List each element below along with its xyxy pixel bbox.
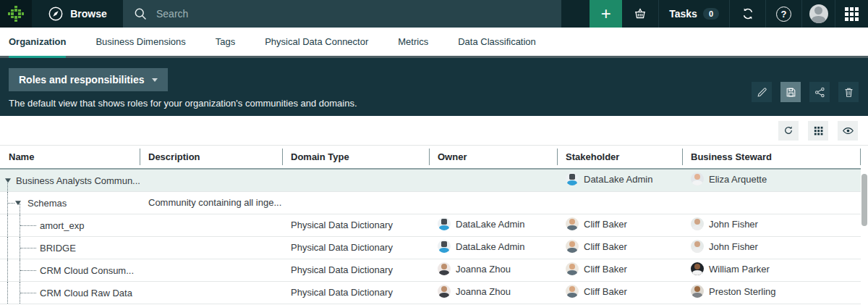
- stakeholder-cell: Cliff Baker: [557, 259, 682, 281]
- user-chip[interactable]: Joanna Zhou: [438, 285, 511, 298]
- user-chip[interactable]: DataLake Admin: [438, 240, 524, 253]
- view-selector-label: Roles and responsibilities: [19, 74, 145, 85]
- domain-type-cell: [282, 169, 429, 191]
- user-avatar: [691, 240, 704, 253]
- domain-type-cell: Physical Data Dictionary: [282, 214, 429, 236]
- asset-name-link[interactable]: Business Analysts Commun...: [16, 175, 140, 185]
- tab-business-dimensions[interactable]: Business Dimensions: [95, 28, 185, 56]
- column-header-domain-type[interactable]: Domain Type: [282, 146, 429, 169]
- tab-metrics[interactable]: Metrics: [398, 28, 428, 56]
- business-steward-cell: Eliza Arquette: [682, 169, 861, 191]
- basket-button[interactable]: [622, 0, 658, 28]
- tasks-button[interactable]: Tasks 0: [658, 0, 729, 28]
- user-avatar: [691, 262, 704, 275]
- user-avatar: [566, 240, 579, 253]
- user-chip[interactable]: Cliff Baker: [566, 240, 627, 253]
- create-asset-button[interactable]: +: [590, 0, 622, 28]
- owner-cell: [429, 169, 557, 191]
- user-menu-button[interactable]: [801, 0, 835, 28]
- user-avatar: [809, 4, 828, 23]
- help-icon: ?: [776, 7, 791, 22]
- stakeholder-cell: Cliff Baker: [557, 236, 682, 259]
- asset-name-link[interactable]: Schemas: [27, 197, 67, 208]
- business-steward-cell: John Fisher: [682, 214, 861, 236]
- trash-icon: [843, 86, 855, 99]
- tab-tags[interactable]: Tags: [216, 28, 235, 56]
- collapse-triangle-icon[interactable]: [5, 178, 11, 183]
- user-chip[interactable]: DataLake Admin: [566, 172, 652, 185]
- view-header-panel: Roles and responsibilities The default v…: [0, 58, 868, 116]
- user-avatar: [438, 217, 451, 230]
- user-avatar: [566, 285, 579, 298]
- column-header-business-steward[interactable]: Business Steward: [682, 146, 861, 169]
- column-header-stakeholder[interactable]: Stakeholder: [557, 146, 682, 169]
- user-chip[interactable]: Joanna Zhou: [438, 262, 511, 275]
- delete-view-button[interactable]: [838, 82, 859, 102]
- table-row[interactable]: CRM Cloud Raw Data Physical Data Diction…: [0, 281, 861, 304]
- table-row[interactable]: amort_exp Physical Data Dictionary DataL…: [0, 214, 861, 236]
- column-header-name[interactable]: Name: [0, 146, 140, 169]
- edit-view-button[interactable]: [752, 82, 772, 102]
- user-chip[interactable]: Cliff Baker: [566, 285, 627, 298]
- table-row[interactable]: Business Analysts Commun... DataLake Adm…: [0, 169, 861, 191]
- pencil-icon: [756, 86, 768, 99]
- user-chip[interactable]: Preston Sterling: [691, 285, 776, 298]
- asset-name-link[interactable]: BRIDGE: [40, 242, 76, 253]
- save-icon: [785, 86, 797, 99]
- table-header-row: Name Description Domain Type Owner Stake…: [0, 146, 861, 169]
- stakeholder-cell: DataLake Admin: [557, 169, 682, 191]
- business-steward-cell: John Fisher: [682, 236, 861, 259]
- refresh-table-button[interactable]: [778, 121, 799, 141]
- table-row[interactable]: CRM Cloud Consum... Physical Data Dictio…: [0, 259, 861, 281]
- apps-menu-button[interactable]: [835, 0, 868, 28]
- user-chip[interactable]: DataLake Admin: [438, 217, 524, 230]
- share-view-button[interactable]: [809, 82, 830, 102]
- stakeholder-cell: Cliff Baker: [557, 214, 682, 236]
- sync-button[interactable]: [729, 0, 765, 28]
- user-chip[interactable]: Eliza Arquette: [691, 172, 767, 185]
- user-chip[interactable]: Cliff Baker: [566, 217, 627, 230]
- apps-grid-icon: [845, 7, 859, 21]
- section-tabs: Organization Business Dimensions Tags Ph…: [0, 28, 868, 58]
- tab-physical-data-connector[interactable]: Physical Data Connector: [265, 28, 368, 56]
- save-view-button[interactable]: [780, 82, 801, 102]
- tree-line: [7, 259, 8, 281]
- owner-cell: DataLake Admin: [429, 236, 557, 259]
- search-input[interactable]: [156, 8, 551, 20]
- asset-name-link[interactable]: CRM Cloud Raw Data: [40, 287, 132, 298]
- owner-cell: DataLake Admin: [429, 214, 557, 236]
- tree-line: [8, 203, 14, 204]
- app-logo[interactable]: [0, 0, 32, 28]
- stakeholder-cell: [557, 191, 682, 214]
- tree-line: [20, 270, 36, 271]
- domain-type-cell: Physical Data Dictionary: [282, 236, 429, 259]
- search-bar[interactable]: [123, 0, 561, 28]
- column-header-description[interactable]: Description: [140, 146, 282, 169]
- refresh-icon: [783, 125, 794, 136]
- user-chip[interactable]: William Parker: [691, 262, 770, 275]
- business-steward-cell: William Parker: [682, 259, 861, 281]
- help-button[interactable]: ?: [765, 0, 801, 28]
- compass-icon: [48, 6, 64, 22]
- user-chip[interactable]: Cliff Baker: [566, 262, 627, 275]
- tree-line: [20, 293, 36, 293]
- column-settings-button[interactable]: [808, 121, 828, 141]
- table-row[interactable]: Schemas Community containing all inge...: [0, 191, 861, 214]
- vertical-scrollbar[interactable]: [861, 174, 867, 226]
- topbar-spacer: [561, 0, 590, 28]
- user-chip[interactable]: John Fisher: [691, 240, 758, 253]
- chevron-down-icon: [152, 78, 158, 82]
- asset-name-link[interactable]: CRM Cloud Consum...: [40, 264, 134, 275]
- user-chip[interactable]: John Fisher: [691, 217, 758, 230]
- user-avatar: [566, 172, 579, 185]
- column-header-owner[interactable]: Owner: [429, 146, 557, 169]
- view-selector-dropdown[interactable]: Roles and responsibilities: [9, 68, 168, 91]
- business-steward-cell: Preston Sterling: [682, 281, 861, 304]
- tab-data-classification[interactable]: Data Classification: [458, 28, 536, 56]
- domain-type-cell: Physical Data Dictionary: [282, 281, 429, 304]
- tab-organization[interactable]: Organization: [9, 28, 66, 56]
- browse-button[interactable]: Browse: [32, 0, 123, 28]
- preview-button[interactable]: [838, 121, 858, 141]
- table-row[interactable]: BRIDGE Physical Data Dictionary DataLake…: [0, 236, 861, 259]
- asset-name-link[interactable]: amort_exp: [40, 220, 84, 230]
